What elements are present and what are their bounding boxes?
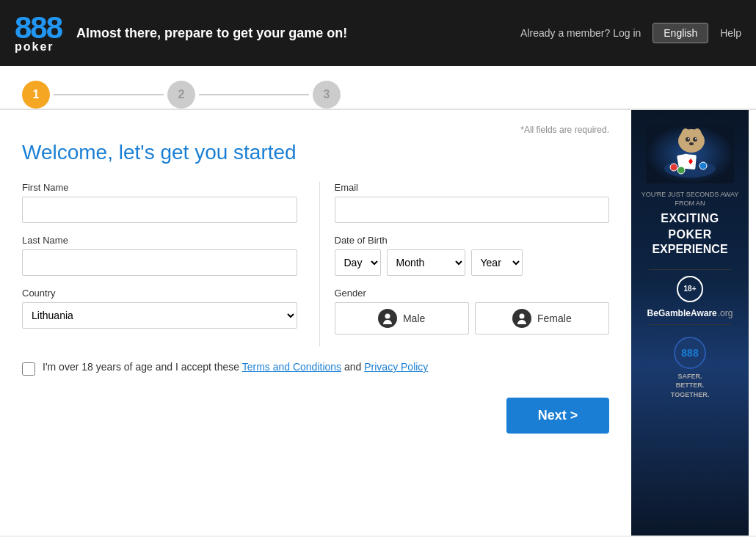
- gender-female-button[interactable]: Female: [475, 302, 609, 335]
- gamble-aware-text: BeGambleAware: [647, 308, 717, 318]
- next-button[interactable]: Next >: [506, 398, 609, 434]
- header: 888 poker Almost there, prepare to get y…: [0, 0, 756, 66]
- ad-gamble-aware: 18+ BeGambleAware.org: [647, 276, 733, 318]
- language-button[interactable]: English: [653, 23, 708, 43]
- safer-badge: 888: [674, 337, 706, 369]
- ad-experience: EXPERIENCE: [652, 243, 727, 256]
- terms-text-before: I'm over 18 years of age and I accept th…: [43, 361, 242, 373]
- year-select[interactable]: Year200520042003200220012000199919981997…: [471, 249, 523, 276]
- day-select[interactable]: Day1234567891011121314151617181920212223…: [335, 249, 381, 276]
- gender-row: Male Female: [335, 302, 610, 335]
- form-col-right: Email Date of Birth Day12345678910111213…: [319, 182, 610, 346]
- step-2: 2: [167, 81, 195, 109]
- svg-point-14: [688, 138, 689, 139]
- step-1: 1: [22, 81, 50, 109]
- header-right: Already a member? Log in English Help: [520, 23, 741, 43]
- safer-label: SAFER.: [677, 373, 702, 380]
- steps-bar: 1 2 3: [0, 66, 756, 110]
- gender-male-button[interactable]: Male: [335, 302, 469, 335]
- step-line-1: [54, 94, 164, 95]
- svg-point-1: [520, 314, 525, 319]
- month-select[interactable]: MonthJanuaryFebruaryMarchAprilMayJuneJul…: [387, 249, 465, 276]
- svg-point-12: [686, 137, 690, 142]
- main-content: *All fields are required. Welcome, let's…: [0, 110, 756, 536]
- terms-conditions-link[interactable]: Terms and Conditions: [242, 361, 341, 373]
- privacy-policy-link[interactable]: Privacy Policy: [364, 361, 428, 373]
- form-area: *All fields are required. Welcome, let's…: [0, 110, 631, 536]
- country-label: Country: [22, 288, 297, 299]
- last-name-input[interactable]: [22, 249, 297, 276]
- svg-point-0: [385, 314, 390, 319]
- email-group: Email: [335, 182, 610, 223]
- email-input[interactable]: [335, 197, 610, 223]
- first-name-input[interactable]: [22, 197, 297, 223]
- gamble-org: .org: [718, 308, 733, 318]
- country-select[interactable]: LithuaniaAlbaniaAustriaBelarusBelgiumBos…: [22, 302, 297, 329]
- dob-row: Day1234567891011121314151617181920212223…: [335, 249, 610, 276]
- last-name-label: Last Name: [22, 235, 297, 246]
- terms-text-between: and: [341, 361, 364, 373]
- ad-sidebar: YOU'RE JUST SECONDS AWAY FROM AN EXCITIN…: [631, 110, 749, 536]
- male-icon: [378, 309, 397, 328]
- country-group: Country LithuaniaAlbaniaAustriaBelarusBe…: [22, 288, 297, 329]
- ad-dog-area: [646, 125, 734, 183]
- header-tagline: Almost there, prepare to get your game o…: [76, 26, 520, 41]
- gender-group: Gender Male: [335, 288, 610, 335]
- svg-point-15: [695, 138, 697, 139]
- first-name-label: First Name: [22, 182, 297, 193]
- ad-tagline-text: YOU'RE JUST SECONDS AWAY FROM AN: [639, 191, 741, 208]
- terms-checkbox[interactable]: [22, 362, 35, 376]
- gender-female-label: Female: [537, 313, 572, 324]
- terms-section: I'm over 18 years of age and I accept th…: [22, 346, 609, 376]
- ad-dog-illustration: [661, 125, 719, 183]
- ad-exciting: EXCITING: [661, 212, 719, 225]
- svg-point-8: [699, 162, 707, 169]
- dob-label: Date of Birth: [335, 235, 610, 246]
- gamble-badge: 18+: [677, 276, 703, 302]
- safer-badge-number: 888: [681, 347, 698, 359]
- last-name-group: Last Name: [22, 235, 297, 276]
- first-name-group: First Name: [22, 182, 297, 223]
- logo-888: 888: [15, 12, 62, 43]
- required-note: *All fields are required.: [22, 125, 609, 135]
- step-line-2: [199, 94, 309, 95]
- dob-group: Date of Birth Day12345678910111213141516…: [335, 235, 610, 276]
- logo-poker: poker: [15, 40, 54, 54]
- next-btn-row: Next >: [22, 390, 609, 434]
- form-columns: First Name Last Name Country LithuaniaAl…: [22, 182, 609, 346]
- step-3: 3: [313, 81, 341, 109]
- safer-text: SAFER. BETTER. TOGETHER.: [671, 372, 709, 400]
- ad-poker: POKER: [668, 228, 711, 241]
- svg-point-13: [693, 137, 697, 142]
- better-label: BETTER.: [676, 381, 705, 389]
- ad-divider: [649, 269, 731, 270]
- help-link[interactable]: Help: [720, 27, 741, 39]
- already-member-link[interactable]: Already a member? Log in: [520, 27, 641, 39]
- form-col-left: First Name Last Name Country LithuaniaAl…: [22, 182, 319, 346]
- svg-point-7: [677, 167, 685, 174]
- gender-label: Gender: [335, 288, 610, 299]
- logo-area: 888 poker: [15, 12, 62, 54]
- terms-row: I'm over 18 years of age and I accept th…: [22, 361, 609, 376]
- welcome-title: Welcome, let's get you started: [22, 141, 609, 164]
- ad-divider-2: [649, 324, 731, 325]
- female-icon: [512, 309, 531, 328]
- together-label: TOGETHER.: [671, 391, 709, 398]
- terms-text: I'm over 18 years of age and I accept th…: [43, 361, 428, 373]
- gender-male-label: Male: [403, 313, 425, 324]
- email-label: Email: [335, 182, 610, 193]
- svg-point-16: [689, 142, 694, 145]
- svg-point-6: [670, 164, 677, 171]
